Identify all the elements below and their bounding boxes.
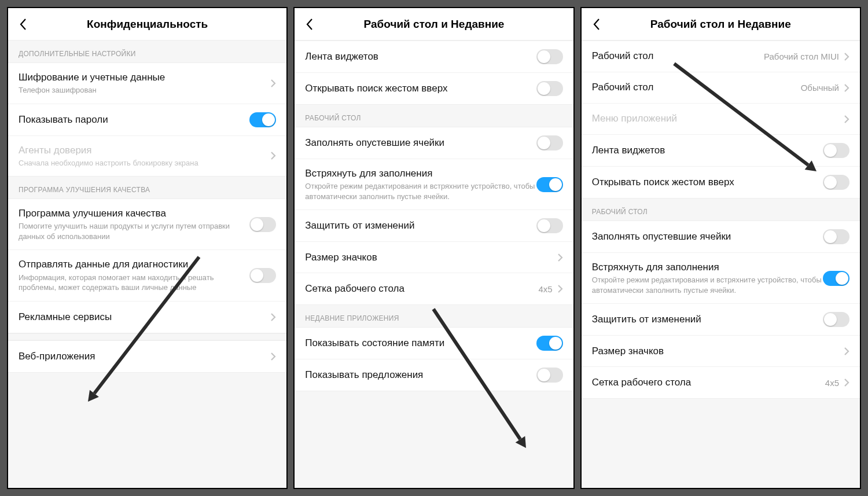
chevron-right-icon xyxy=(844,378,849,387)
screen-body: Лента виджетовОткрывать поиск жестом вве… xyxy=(295,41,573,488)
settings-group: Программа улучшения качестваПомогите улу… xyxy=(8,199,286,333)
back-button[interactable] xyxy=(590,17,604,31)
settings-row[interactable]: Веб-приложения xyxy=(8,341,286,372)
toggle-switch[interactable] xyxy=(536,368,563,383)
settings-row[interactable]: Лента виджетов xyxy=(582,135,860,167)
row-label: Шифрование и учетные данные xyxy=(19,71,270,84)
settings-row[interactable]: Встряхнуть для заполненияОткройте режим … xyxy=(295,159,573,210)
section-header: ПРОГРАММА УЛУЧШЕНИЯ КАЧЕСТВА xyxy=(8,177,286,199)
chevron-right-icon xyxy=(270,352,276,361)
row-subtitle: Сначала необходимо настроить блокировку … xyxy=(19,158,270,168)
page-title: Рабочий стол и Недавние xyxy=(317,18,565,31)
toggle-switch[interactable] xyxy=(536,177,563,192)
settings-group: Веб-приложения xyxy=(8,340,286,373)
toggle-switch[interactable] xyxy=(536,218,563,233)
toggle-switch[interactable] xyxy=(823,312,849,327)
settings-row: Агенты доверияСначала необходимо настрои… xyxy=(8,136,286,177)
row-label: Программа улучшения качества xyxy=(19,207,249,220)
phone-screen: Рабочий стол и НедавниеРабочий столРабоч… xyxy=(580,7,861,489)
settings-group: Заполнять опустевшие ячейкиВстряхнуть дл… xyxy=(295,127,573,305)
chevron-right-icon xyxy=(844,52,849,61)
settings-row: Меню приложений xyxy=(582,104,860,135)
settings-row[interactable]: Лента виджетов xyxy=(295,41,573,73)
chevron-right-icon xyxy=(844,347,849,356)
settings-row[interactable]: Открывать поиск жестом вверх xyxy=(295,73,573,104)
settings-row[interactable]: Размер значков xyxy=(295,242,573,273)
row-subtitle: Информация, которая помогает нам находит… xyxy=(19,273,249,293)
settings-row[interactable]: Заполнять опустевшие ячейки xyxy=(295,127,573,159)
settings-group: Рабочий столРабочий стол MIUIРабочий сто… xyxy=(582,41,860,199)
settings-row[interactable]: Открывать поиск жестом вверх xyxy=(582,167,860,198)
toggle-switch[interactable] xyxy=(249,217,276,232)
section-header: РАБОЧИЙ СТОЛ xyxy=(582,199,860,221)
row-label: Показывать предложения xyxy=(305,369,536,381)
settings-row[interactable]: Заполнять опустевшие ячейки xyxy=(582,221,860,253)
row-label: Открывать поиск жестом вверх xyxy=(305,82,536,95)
screen-body: Рабочий столРабочий стол MIUIРабочий сто… xyxy=(582,41,860,488)
settings-row[interactable]: Показывать пароли xyxy=(8,104,286,136)
toggle-switch[interactable] xyxy=(249,112,276,127)
settings-row[interactable]: Показывать состояние памяти xyxy=(295,328,573,359)
row-label: Меню приложений xyxy=(592,112,844,125)
screen-header: Конфиденциальность xyxy=(8,8,286,41)
settings-row[interactable]: Защитить от изменений xyxy=(295,210,573,242)
toggle-switch[interactable] xyxy=(536,49,563,64)
row-label: Открывать поиск жестом вверх xyxy=(592,176,823,189)
chevron-right-icon xyxy=(270,313,276,322)
phone-screen: Рабочий стол и НедавниеЛента виджетовОтк… xyxy=(293,7,574,489)
settings-row[interactable]: Рабочий столРабочий стол MIUI xyxy=(582,41,860,72)
phone-screen: КонфиденциальностьДОПОЛНИТЕЛЬНЫЕ НАСТРОЙ… xyxy=(7,7,288,489)
section-header: РАБОЧИЙ СТОЛ xyxy=(295,105,573,127)
settings-row[interactable]: Встряхнуть для заполненияОткройте режим … xyxy=(582,253,860,304)
row-value: 4x5 xyxy=(825,378,839,388)
row-label: Защитить от изменений xyxy=(305,219,536,232)
row-label: Показывать пароли xyxy=(19,113,249,126)
toggle-switch[interactable] xyxy=(823,143,849,158)
section-header: ДОПОЛНИТЕЛЬНЫЕ НАСТРОЙКИ xyxy=(8,41,286,63)
row-label: Сетка рабочего стола xyxy=(305,282,538,295)
settings-group: Показывать состояние памятиПоказывать пр… xyxy=(295,327,573,391)
toggle-switch[interactable] xyxy=(536,135,563,150)
toggle-switch[interactable] xyxy=(536,336,563,351)
settings-row[interactable]: Шифрование и учетные данныеТелефон зашиф… xyxy=(8,63,286,104)
toggle-switch[interactable] xyxy=(536,81,563,96)
row-label: Сетка рабочего стола xyxy=(592,376,825,389)
row-label: Размер значков xyxy=(592,345,844,358)
settings-group: Заполнять опустевшие ячейкиВстряхнуть дл… xyxy=(582,221,860,399)
row-value: Обычный xyxy=(801,83,839,93)
row-value: Рабочий стол MIUI xyxy=(764,52,839,61)
row-subtitle: Помогите улучшить наши продукты и услуги… xyxy=(19,221,249,241)
settings-row[interactable]: Сетка рабочего стола4x5 xyxy=(582,367,860,398)
row-label: Заполнять опустевшие ячейки xyxy=(305,137,536,149)
row-label: Агенты доверия xyxy=(19,144,270,157)
settings-row[interactable]: Защитить от изменений xyxy=(582,304,860,336)
row-label: Веб-приложения xyxy=(19,350,270,363)
settings-row[interactable]: Программа улучшения качестваПомогите улу… xyxy=(8,199,286,250)
section-header: НЕДАВНИЕ ПРИЛОЖЕНИЯ xyxy=(295,305,573,327)
back-button[interactable] xyxy=(16,17,30,31)
toggle-switch[interactable] xyxy=(823,229,849,244)
row-label: Показывать состояние памяти xyxy=(305,337,536,350)
row-label: Встряхнуть для заполнения xyxy=(305,167,536,180)
chevron-right-icon xyxy=(270,79,276,88)
toggle-switch[interactable] xyxy=(249,268,276,283)
chevron-right-icon xyxy=(270,151,276,160)
settings-row[interactable]: Сетка рабочего стола4x5 xyxy=(295,273,573,304)
settings-group: Шифрование и учетные данныеТелефон зашиф… xyxy=(8,63,286,177)
row-subtitle: Откройте режим редактирования и встряхни… xyxy=(305,181,536,201)
row-label: Рекламные сервисы xyxy=(19,311,270,324)
settings-row[interactable]: Размер значков xyxy=(582,336,860,367)
chevron-right-icon xyxy=(844,115,849,124)
settings-row[interactable]: Рекламные сервисы xyxy=(8,302,286,333)
settings-row[interactable]: Отправлять данные для диагностикиИнформа… xyxy=(8,250,286,301)
row-label: Лента виджетов xyxy=(305,50,536,63)
settings-row[interactable]: Показывать предложения xyxy=(295,359,573,391)
back-button[interactable] xyxy=(303,17,317,31)
toggle-switch[interactable] xyxy=(823,175,849,190)
row-label: Лента виджетов xyxy=(592,144,823,157)
toggle-switch[interactable] xyxy=(823,271,849,286)
settings-group: Лента виджетовОткрывать поиск жестом вве… xyxy=(295,41,573,105)
page-title: Конфиденциальность xyxy=(30,18,278,31)
settings-row[interactable]: Рабочий столОбычный xyxy=(582,72,860,104)
chevron-right-icon xyxy=(557,284,563,293)
